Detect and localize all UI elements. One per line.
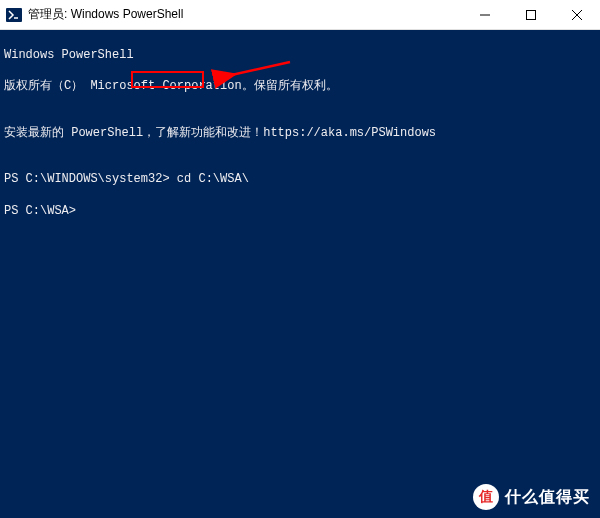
prompt-command: cd C:\WSA\: [177, 172, 249, 186]
terminal-line: Windows PowerShell: [4, 48, 596, 64]
terminal-content[interactable]: Windows PowerShell 版权所有（C） Microsoft Cor…: [0, 30, 600, 237]
window-title: 管理员: Windows PowerShell: [28, 6, 183, 23]
close-button[interactable]: [554, 0, 600, 29]
watermark-badge-icon: 值: [473, 484, 499, 510]
watermark: 值 什么值得买: [473, 484, 590, 510]
watermark-text: 什么值得买: [505, 487, 590, 508]
window-titlebar: 管理员: Windows PowerShell: [0, 0, 600, 30]
minimize-button[interactable]: [462, 0, 508, 29]
prompt-prefix: PS C:\WINDOWS\system32>: [4, 172, 177, 186]
titlebar-left: 管理员: Windows PowerShell: [0, 6, 183, 23]
terminal-line: 版权所有（C） Microsoft Corporation。保留所有权利。: [4, 79, 596, 95]
maximize-button[interactable]: [508, 0, 554, 29]
svg-rect-3: [527, 10, 536, 19]
window-controls: [462, 0, 600, 29]
terminal-prompt-line: PS C:\WSA>: [4, 204, 596, 220]
terminal-line: 安装最新的 PowerShell，了解新功能和改进！https://aka.ms…: [4, 126, 596, 142]
powershell-icon: [6, 7, 22, 23]
terminal-prompt-line: PS C:\WINDOWS\system32> cd C:\WSA\: [4, 172, 596, 188]
